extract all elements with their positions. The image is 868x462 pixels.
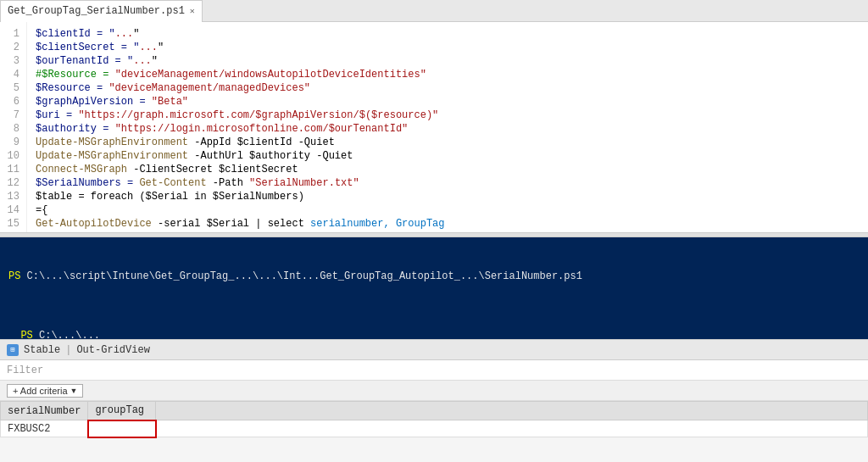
gridview-titlebar: ⊞ Stable | Out-GridView — [0, 340, 868, 360]
gridview-icon: ⊞ — [7, 344, 19, 356]
col-header-extra — [156, 402, 868, 420]
terminal2-ps: PS — [20, 330, 39, 342]
terminal-panel-1: PS C:\...\script\Intune\Get_GroupTag_...… — [0, 237, 868, 312]
gridview-out-gridview-label: Out-GridView — [76, 344, 149, 356]
grid-table: serialNumber groupTag FXBUSC2 — [0, 401, 868, 438]
filter-bar[interactable]: Filter — [0, 360, 868, 381]
tab-bar: Get_GroupTag_SerialNumber.ps1 ✕ — [0, 0, 868, 22]
terminal-line-1: PS C:\...\script\Intune\Get_GroupTag_...… — [8, 270, 860, 283]
filter-placeholder: Filter — [7, 365, 43, 376]
col-header-grouptag[interactable]: groupTag — [88, 402, 156, 420]
tab-label: Get_GroupTag_SerialNumber.ps1 — [8, 5, 185, 17]
table-row: FXBUSC2 — [1, 420, 868, 437]
criteria-bar: + Add criteria ▼ — [0, 381, 868, 401]
cell-grouptag[interactable] — [88, 420, 156, 437]
cell-extra — [156, 420, 868, 437]
code-content[interactable]: $clientId = "..."$clientSecret = "..."$o… — [27, 22, 868, 232]
criteria-dropdown-arrow: ▼ — [70, 387, 78, 395]
code-editor: 1234567891011121314151617181920 $clientI… — [0, 22, 868, 232]
table-header-row: serialNumber groupTag — [1, 402, 868, 420]
terminal-panel-2: PS C:\...\... — [0, 312, 868, 339]
gridview-title-separator: | — [65, 344, 71, 356]
cell-serialnumber: FXBUSC2 — [1, 420, 88, 437]
col-header-serialnumber[interactable]: serialNumber — [1, 402, 88, 420]
add-criteria-label: + Add criteria — [13, 386, 68, 396]
tab-close-button[interactable]: ✕ — [190, 6, 195, 16]
line-numbers: 1234567891011121314151617181920 — [0, 22, 27, 232]
gridview-panel: ⊞ Stable | Out-GridView Filter + Add cri… — [0, 339, 868, 462]
add-criteria-button[interactable]: + Add criteria ▼ — [7, 384, 83, 398]
editor-tab[interactable]: Get_GroupTag_SerialNumber.ps1 ✕ — [0, 0, 203, 22]
gridview-stable-label: Stable — [24, 344, 60, 356]
terminal2-path: C:\...\... — [39, 330, 100, 342]
